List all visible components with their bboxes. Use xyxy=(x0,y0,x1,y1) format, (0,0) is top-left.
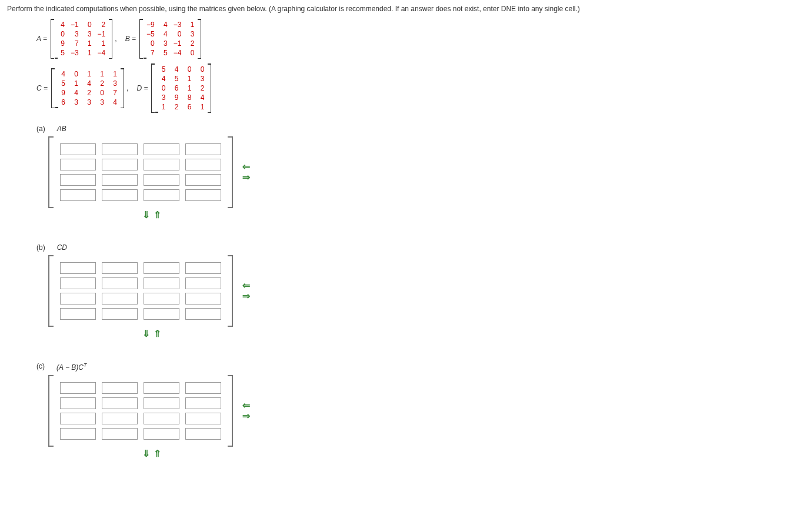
matrix-D: 54004513061239841261 xyxy=(151,63,211,113)
answer-cell-input[interactable] xyxy=(60,428,96,440)
answer-cell-input[interactable] xyxy=(102,428,138,440)
row-resize-controls: ⇓ ⇑ xyxy=(142,210,250,220)
answer-cell-input[interactable] xyxy=(60,143,96,155)
matrix-cell: 1 xyxy=(181,74,194,83)
matrix-cell: 1 xyxy=(82,48,95,58)
add-row-icon[interactable]: ⇓ xyxy=(142,210,150,220)
matrix-cell: 4 xyxy=(168,65,181,74)
answer-cell-input[interactable] xyxy=(60,293,96,305)
matrix-cell: −1 xyxy=(68,20,82,29)
matrix-cell: 0 xyxy=(68,69,81,79)
answer-cell-input[interactable] xyxy=(102,382,138,394)
remove-row-icon[interactable]: ⇑ xyxy=(154,449,161,459)
part-a: (a) AB ⇐ ⇒ ⇓ ⇑ xyxy=(36,125,783,220)
matrix-cell: −5 xyxy=(144,29,158,39)
part-c: (c) (A − B)CT ⇐ ⇒ ⇓ ⇑ xyxy=(36,362,783,459)
remove-column-icon[interactable]: ⇐ xyxy=(242,162,250,172)
part-a-expression: AB xyxy=(57,125,66,133)
add-column-icon[interactable]: ⇒ xyxy=(242,173,250,182)
answer-cell-input[interactable] xyxy=(144,428,179,440)
answer-cell-input[interactable] xyxy=(60,262,96,274)
matrix-cell: 1 xyxy=(81,69,94,79)
answer-cell-input[interactable] xyxy=(144,308,179,320)
matrix-cell: 6 xyxy=(181,102,194,112)
matrix-cell: −1 xyxy=(171,39,185,48)
answer-cell-input[interactable] xyxy=(102,262,138,274)
answer-cell-input[interactable] xyxy=(185,262,221,274)
matrix-cell: 4 xyxy=(155,74,168,83)
matrix-cell: 2 xyxy=(194,83,207,93)
answer-cell-input[interactable] xyxy=(185,413,221,424)
matrix-cell: 3 xyxy=(158,39,171,48)
answer-cell-input[interactable] xyxy=(102,308,138,320)
answer-cell-input[interactable] xyxy=(185,382,221,394)
answer-cell-input[interactable] xyxy=(60,308,96,320)
matrix-cell: 0 xyxy=(94,88,107,98)
matrix-cell: 1 xyxy=(181,83,194,93)
add-column-icon[interactable]: ⇒ xyxy=(242,411,250,421)
remove-row-icon[interactable]: ⇑ xyxy=(154,329,161,339)
matrix-cell: 3 xyxy=(68,29,82,39)
answer-cell-input[interactable] xyxy=(60,159,96,170)
answer-cell-input[interactable] xyxy=(144,189,179,201)
remove-column-icon[interactable]: ⇐ xyxy=(242,401,250,410)
answer-cell-input[interactable] xyxy=(102,174,138,186)
answer-cell-input[interactable] xyxy=(144,413,179,424)
answer-cell-input[interactable] xyxy=(185,189,221,201)
answer-cell-input[interactable] xyxy=(144,382,179,394)
answer-cell-input[interactable] xyxy=(60,189,96,201)
answer-cell-input[interactable] xyxy=(60,277,96,289)
matrix-cell: −3 xyxy=(171,20,185,29)
answer-cell-input[interactable] xyxy=(185,308,221,320)
matrix-cell: 3 xyxy=(155,93,168,102)
matrix-cell: 0 xyxy=(55,29,68,39)
matrix-cell: 1 xyxy=(155,102,168,112)
answer-cell-input[interactable] xyxy=(102,143,138,155)
matrix-cell: 0 xyxy=(181,65,194,74)
add-row-icon[interactable]: ⇓ xyxy=(142,329,150,339)
matrix-cell: 2 xyxy=(168,102,181,112)
answer-cell-input[interactable] xyxy=(185,428,221,440)
answer-cell-input[interactable] xyxy=(102,293,138,305)
matrix-cell: 0 xyxy=(171,29,185,39)
matrix-cell: 4 xyxy=(81,79,94,88)
answer-cell-input[interactable] xyxy=(60,174,96,186)
remove-row-icon[interactable]: ⇑ xyxy=(154,210,161,220)
answer-cell-input[interactable] xyxy=(185,159,221,170)
answer-cell-input[interactable] xyxy=(144,277,179,289)
remove-column-icon[interactable]: ⇐ xyxy=(242,281,250,290)
answer-cell-input[interactable] xyxy=(185,397,221,409)
matrix-C: 40111514239420763334 xyxy=(51,68,124,108)
answer-cell-input[interactable] xyxy=(185,277,221,289)
answer-cell-input[interactable] xyxy=(102,413,138,424)
answer-cell-input[interactable] xyxy=(102,159,138,170)
matrix-cell: 3 xyxy=(81,98,94,107)
matrix-cell: 5 xyxy=(55,48,68,58)
matrix-cell: 2 xyxy=(81,88,94,98)
answer-cell-input[interactable] xyxy=(102,397,138,409)
answer-cell-input[interactable] xyxy=(144,159,179,170)
answer-cell-input[interactable] xyxy=(102,277,138,289)
answer-cell-input[interactable] xyxy=(60,382,96,394)
answer-matrix-c xyxy=(48,375,233,447)
add-column-icon[interactable]: ⇒ xyxy=(242,292,250,301)
part-b-expression: CD xyxy=(57,243,67,252)
matrix-cell: 6 xyxy=(168,83,181,93)
answer-cell-input[interactable] xyxy=(144,293,179,305)
answer-cell-input[interactable] xyxy=(144,143,179,155)
matrix-cell: 2 xyxy=(184,39,197,48)
answer-cell-input[interactable] xyxy=(185,143,221,155)
part-a-id: (a) xyxy=(36,125,45,133)
answer-cell-input[interactable] xyxy=(144,397,179,409)
answer-cell-input[interactable] xyxy=(60,413,96,424)
answer-cell-input[interactable] xyxy=(185,293,221,305)
matrix-cell: 1 xyxy=(95,39,109,48)
answer-cell-input[interactable] xyxy=(60,397,96,409)
answer-cell-input[interactable] xyxy=(144,174,179,186)
answer-cell-input[interactable] xyxy=(144,262,179,274)
matrix-B-label: B = xyxy=(125,35,136,43)
answer-cell-input[interactable] xyxy=(102,189,138,201)
add-row-icon[interactable]: ⇓ xyxy=(142,449,150,459)
matrix-cell: 0 xyxy=(144,39,158,48)
answer-cell-input[interactable] xyxy=(185,174,221,186)
